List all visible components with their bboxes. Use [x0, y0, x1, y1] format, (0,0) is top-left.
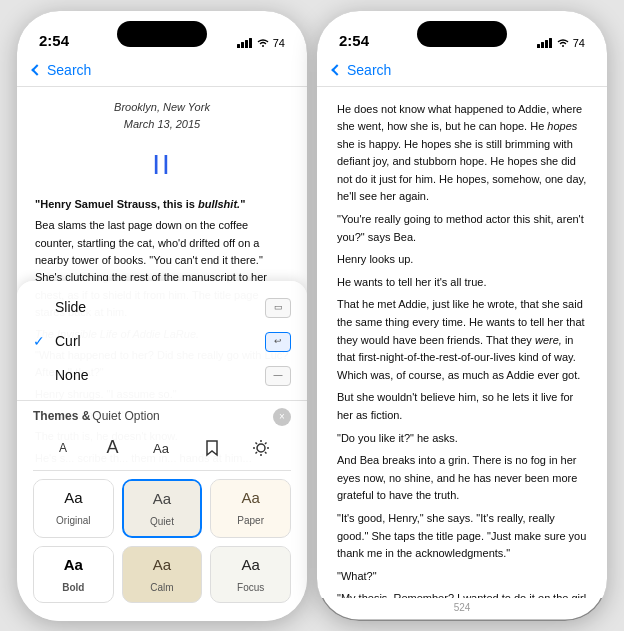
transition-menu: ✓ Slide ▭ ✓ Curl ↩ ✓: [17, 291, 307, 401]
book-header: Brooklyn, New York March 13, 2015: [35, 99, 289, 133]
none-icon: —: [265, 366, 291, 386]
svg-point-5: [257, 444, 265, 452]
svg-line-10: [256, 443, 258, 445]
battery-right: 74: [573, 37, 585, 49]
battery-icon-left: 74: [273, 37, 285, 49]
svg-text:Aa: Aa: [153, 441, 170, 456]
svg-line-12: [265, 443, 267, 445]
book-content-left: Brooklyn, New York March 13, 2015 II "He…: [17, 87, 307, 621]
svg-rect-15: [541, 42, 544, 48]
bookmark-button[interactable]: [198, 434, 226, 462]
status-time-right: 2:54: [339, 32, 369, 49]
left-phone: 2:54 74 Se: [17, 11, 307, 621]
status-icons-left: 74: [237, 37, 285, 49]
overlay-panel: ✓ Slide ▭ ✓ Curl ↩ ✓: [17, 281, 307, 620]
status-bar-left: 2:54 74: [17, 11, 307, 55]
book-content-right: He does not know what happened to Addie,…: [317, 87, 607, 598]
quiet-option-label: Quiet Option: [92, 407, 159, 426]
menu-item-slide[interactable]: ✓ Slide ▭: [33, 291, 291, 325]
back-button-left[interactable]: Search: [33, 62, 91, 78]
svg-rect-1: [241, 42, 244, 48]
close-button[interactable]: ×: [273, 408, 291, 426]
wifi-icon-left: [257, 38, 269, 48]
font-button[interactable]: Aa: [148, 434, 176, 462]
theme-card-quiet[interactable]: Aa Quiet: [122, 479, 203, 538]
checkmark-curl: ✓: [33, 331, 47, 353]
nav-bar-left: Search: [17, 55, 307, 87]
svg-line-13: [256, 452, 258, 454]
curl-icon: ↩: [265, 332, 291, 352]
chapter-number: II: [35, 143, 289, 186]
svg-rect-0: [237, 44, 240, 48]
brightness-button[interactable]: [247, 434, 275, 462]
themes-section: Themes & Quiet Option × A A Aa: [17, 407, 307, 602]
menu-item-none[interactable]: ✓ None —: [33, 359, 291, 393]
theme-card-bold[interactable]: Aa Bold: [33, 546, 114, 603]
back-button-right[interactable]: Search: [333, 62, 391, 78]
theme-card-original[interactable]: Aa Original: [33, 479, 114, 538]
nav-bar-right: Search: [317, 55, 607, 87]
toolbar-row: A A Aa: [33, 430, 291, 471]
chevron-left-icon: [31, 64, 42, 75]
page-number: 524: [317, 598, 607, 621]
theme-card-calm[interactable]: Aa Calm: [122, 546, 203, 603]
phones-container: 2:54 74 Se: [17, 11, 607, 621]
svg-line-11: [265, 452, 267, 454]
dynamic-island-right: [417, 21, 507, 47]
slide-icon: ▭: [265, 298, 291, 318]
svg-rect-2: [245, 40, 248, 48]
right-phone: 2:54 74 Se: [317, 11, 607, 621]
theme-card-focus[interactable]: Aa Focus: [210, 546, 291, 603]
theme-card-paper[interactable]: Aa Paper: [210, 479, 291, 538]
status-icons-right: 74: [537, 37, 585, 49]
large-a-button[interactable]: A: [99, 434, 127, 462]
svg-rect-14: [537, 44, 540, 48]
themes-grid: Aa Original Aa Quiet Aa Paper Aa: [33, 479, 291, 603]
chevron-left-icon-right: [331, 64, 342, 75]
signal-icon-right: [537, 38, 553, 48]
small-a-button[interactable]: A: [49, 434, 77, 462]
svg-rect-17: [549, 38, 552, 48]
wifi-icon-right: [557, 38, 569, 48]
svg-rect-3: [249, 38, 252, 48]
menu-item-curl[interactable]: ✓ Curl ↩: [33, 325, 291, 359]
status-bar-right: 2:54 74: [317, 11, 607, 55]
dynamic-island-left: [117, 21, 207, 47]
status-time-left: 2:54: [39, 32, 69, 49]
svg-rect-16: [545, 40, 548, 48]
themes-label: Themes &: [33, 407, 90, 426]
signal-icon-left: [237, 38, 253, 48]
